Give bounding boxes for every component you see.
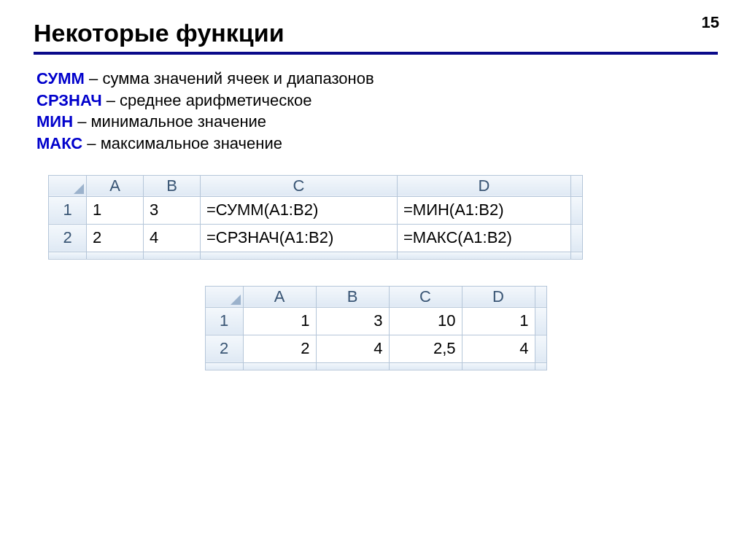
function-name: МИН [36, 112, 73, 131]
cell-end [571, 224, 583, 252]
col-header-c: C [201, 175, 398, 196]
cell-c2: 2,5 [389, 335, 462, 362]
col-header-b: B [144, 175, 201, 196]
cell-end [462, 362, 535, 370]
cell-end [389, 362, 462, 370]
col-header-a: A [87, 175, 144, 196]
cell-end [571, 196, 583, 224]
cell-a1: 1 [87, 196, 144, 224]
col-header-d: D [398, 175, 571, 196]
cell-end [398, 252, 571, 259]
function-desc: – сумма значений ячеек и диапазонов [85, 69, 374, 88]
col-header-c: C [389, 286, 462, 307]
cell-c2: =СРЗНАЧ(A1:B2) [201, 224, 398, 252]
cell-b1: 3 [144, 196, 201, 224]
cell-c1: =СУММ(A1:B2) [201, 196, 398, 224]
function-def-max: МАКС – максимальное значение [36, 133, 718, 155]
spreadsheet-values: A B C D 1 1 3 10 1 2 2 4 2,5 4 [34, 286, 718, 370]
cell-end [535, 307, 546, 335]
function-desc: – среднее арифметическое [102, 91, 312, 109]
function-desc: – максимальное значение [82, 134, 282, 152]
cell-d2: 4 [462, 335, 535, 362]
function-def-min: МИН – минимальное значение [36, 111, 718, 133]
cell-a1: 1 [243, 307, 316, 335]
table-row: 1 1 3 =СУММ(A1:B2) =МИН(A1:B2) [49, 196, 583, 224]
cell-end [87, 252, 144, 259]
row-header-end [205, 362, 243, 370]
cell-end [243, 362, 316, 370]
slide-title: Некоторые функции [34, 19, 718, 47]
cell-a2: 2 [243, 335, 316, 362]
cell-c1: 10 [389, 307, 462, 335]
function-definitions: СУММ – сумма значений ячеек и диапазонов… [36, 68, 718, 155]
row-header: 2 [205, 335, 243, 362]
function-name: МАКС [36, 134, 82, 152]
end-row [205, 362, 546, 370]
page-number: 15 [702, 13, 719, 32]
end-row [49, 252, 583, 259]
table-row: 2 2 4 2,5 4 [205, 335, 546, 362]
cell-end [144, 252, 201, 259]
cell-b2: 4 [316, 335, 389, 362]
cell-a2: 2 [87, 224, 144, 252]
function-desc: – минимальное значение [73, 112, 266, 131]
cell-d1: 1 [462, 307, 535, 335]
col-header-d: D [462, 286, 535, 307]
cell-end [201, 252, 398, 259]
row-header: 1 [49, 196, 87, 224]
select-all-corner [49, 175, 87, 196]
table-row: 1 1 3 10 1 [205, 307, 546, 335]
function-name: СУММ [36, 69, 85, 88]
slide: 15 Некоторые функции СУММ – сумма значен… [0, 0, 747, 560]
column-header-row: A B C D [205, 286, 546, 307]
function-name: СРЗНАЧ [36, 91, 102, 109]
title-underline [34, 52, 718, 55]
select-all-corner [205, 286, 243, 307]
col-header-a: A [243, 286, 316, 307]
function-def-sum: СУММ – сумма значений ячеек и диапазонов [36, 68, 718, 90]
spreadsheet-formulas: A B C D 1 1 3 =СУММ(A1:B2) =МИН(A1:B2) 2… [48, 175, 718, 260]
row-header-end [49, 252, 87, 259]
row-header: 2 [49, 224, 87, 252]
function-def-avg: СРЗНАЧ – среднее арифметическое [36, 90, 718, 112]
table-row: 2 2 4 =СРЗНАЧ(A1:B2) =МАКС(A1:B2) [49, 224, 583, 252]
column-header-row: A B C D [49, 175, 583, 196]
cell-end [316, 362, 389, 370]
cell-d2: =МАКС(A1:B2) [398, 224, 571, 252]
spreadsheet-table-1: A B C D 1 1 3 =СУММ(A1:B2) =МИН(A1:B2) 2… [48, 175, 583, 260]
row-header: 1 [205, 307, 243, 335]
col-header-end [571, 175, 583, 196]
cell-d1: =МИН(A1:B2) [398, 196, 571, 224]
cell-end [535, 362, 546, 370]
cell-end [535, 335, 546, 362]
cell-b1: 3 [316, 307, 389, 335]
col-header-b: B [316, 286, 389, 307]
cell-b2: 4 [144, 224, 201, 252]
cell-end [571, 252, 583, 259]
col-header-end [535, 286, 546, 307]
spreadsheet-table-2: A B C D 1 1 3 10 1 2 2 4 2,5 4 [205, 286, 547, 370]
